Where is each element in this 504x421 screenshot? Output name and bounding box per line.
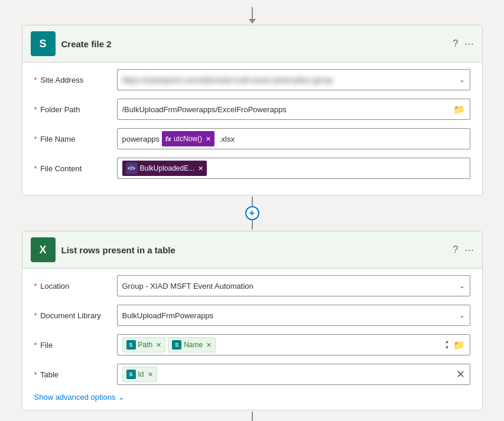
bulk-upload-chip: </> BulkUploadedE... ✕ bbox=[122, 161, 207, 176]
location-control[interactable]: Group - XIAD MSFT Event Automation ⌄ bbox=[117, 275, 470, 296]
site-address-row: * Site Address https://sharepoint.com/si… bbox=[34, 68, 470, 91]
file-folder-icon[interactable]: 📁 bbox=[453, 340, 465, 351]
path-sp-icon: S bbox=[126, 340, 136, 350]
document-library-control[interactable]: BulkUploadFrmPowerapps ⌄ bbox=[117, 305, 470, 326]
site-address-control[interactable]: https://sharepoint.com/sites/xiad-msft-e… bbox=[117, 69, 470, 90]
file-label: * File bbox=[34, 341, 117, 350]
path-chip: S Path ✕ bbox=[122, 337, 166, 353]
utcnow-chip: fx utcNow() ✕ bbox=[162, 131, 214, 146]
id-sp-icon: S bbox=[126, 370, 136, 379]
document-library-dropdown[interactable]: ⌄ bbox=[459, 311, 465, 319]
file-content-icon: </> bbox=[126, 162, 138, 174]
bulk-upload-close[interactable]: ✕ bbox=[198, 165, 203, 172]
name-chip: S Name ✕ bbox=[168, 337, 216, 353]
table-clear-button[interactable]: ✕ bbox=[456, 368, 465, 381]
more-icon[interactable]: ⋯ bbox=[464, 38, 474, 50]
name-close[interactable]: ✕ bbox=[206, 341, 212, 349]
excel-icon: X bbox=[31, 237, 56, 262]
location-label: * Location bbox=[34, 282, 117, 291]
location-value: Group - XIAD MSFT Event Automation bbox=[122, 282, 459, 291]
site-address-value: https://sharepoint.com/sites/xiad-msft-e… bbox=[122, 76, 459, 84]
show-advanced-button[interactable]: Show advanced options ⌄ bbox=[34, 393, 470, 402]
path-label: Path bbox=[138, 341, 153, 349]
chevron-down-icon: ⌄ bbox=[118, 393, 125, 402]
folder-path-label: * Folder Path bbox=[34, 105, 117, 114]
table-label: * Table bbox=[34, 370, 117, 379]
file-row: * File S Path ✕ S Name ✕ ▲ bbox=[34, 334, 470, 356]
list-rows-title: List rows present in a table bbox=[61, 245, 447, 255]
create-file-actions: ? ⋯ bbox=[453, 38, 474, 50]
create-file-header: S Create file 2 ? ⋯ bbox=[22, 25, 482, 63]
xlsx-text: .xlsx bbox=[219, 135, 235, 143]
file-name-control[interactable]: powerapps fx utcNow() ✕ .xlsx bbox=[117, 128, 470, 149]
location-dropdown[interactable]: ⌄ bbox=[459, 282, 465, 290]
create-file-body: * Site Address https://sharepoint.com/si… bbox=[22, 63, 482, 195]
sort-up-icon[interactable]: ▲ bbox=[445, 340, 450, 344]
document-library-value: BulkUploadFrmPowerapps bbox=[122, 311, 459, 320]
file-sort-controls: ▲ ▼ bbox=[445, 340, 450, 350]
folder-path-control[interactable]: /BulkUploadFrmPowerapps/ExcelFroPowerapp… bbox=[117, 99, 470, 120]
site-address-label: * Site Address bbox=[34, 76, 117, 84]
location-row: * Location Group - XIAD MSFT Event Autom… bbox=[34, 275, 470, 297]
create-file-card: S Create file 2 ? ⋯ * Site Address https… bbox=[22, 25, 483, 195]
list-rows-card: X List rows present in a table ? ⋯ * Loc… bbox=[22, 231, 483, 410]
fx-symbol: fx bbox=[165, 135, 171, 142]
file-name-row: * File Name powerapps fx utcNow() ✕ .xls… bbox=[34, 128, 470, 150]
table-control[interactable]: S Id ✕ ✕ bbox=[117, 364, 470, 385]
utcnow-close[interactable]: ✕ bbox=[206, 135, 211, 143]
id-close[interactable]: ✕ bbox=[148, 371, 153, 378]
sharepoint-icon: S bbox=[31, 31, 56, 56]
folder-browse-icon[interactable]: 📁 bbox=[453, 104, 465, 115]
file-content-control[interactable]: </> BulkUploadedE... ✕ bbox=[117, 158, 470, 179]
list-rows-actions: ? ⋯ bbox=[453, 244, 474, 256]
create-file-title: Create file 2 bbox=[61, 39, 447, 49]
name-sp-icon: S bbox=[172, 340, 181, 350]
sort-down-icon[interactable]: ▼ bbox=[445, 345, 450, 350]
top-arrow bbox=[249, 7, 256, 24]
file-name-label: * File Name bbox=[34, 135, 117, 143]
id-label: Id bbox=[138, 370, 144, 378]
list-more-icon[interactable]: ⋯ bbox=[464, 244, 474, 256]
list-help-icon[interactable]: ? bbox=[453, 244, 459, 255]
flow-container: S Create file 2 ? ⋯ * Site Address https… bbox=[10, 6, 495, 421]
list-rows-header: X List rows present in a table ? ⋯ bbox=[22, 231, 482, 269]
powerapps-text: powerapps bbox=[122, 135, 160, 143]
bottom-arrow bbox=[249, 412, 256, 421]
folder-path-row: * Folder Path /BulkUploadFrmPowerapps/Ex… bbox=[34, 98, 470, 120]
utcnow-label: utcNow() bbox=[174, 135, 202, 143]
name-label: Name bbox=[184, 341, 203, 349]
site-address-dropdown[interactable]: ⌄ bbox=[459, 76, 465, 84]
file-control[interactable]: S Path ✕ S Name ✕ ▲ ▼ 📁 bbox=[117, 334, 470, 355]
bulk-upload-label: BulkUploadedE... bbox=[140, 164, 195, 172]
list-rows-body: * Location Group - XIAD MSFT Event Autom… bbox=[22, 269, 482, 410]
id-chip: S Id ✕ bbox=[122, 367, 157, 382]
help-icon[interactable]: ? bbox=[453, 38, 459, 49]
file-content-row: * File Content </> BulkUploadedE... ✕ bbox=[34, 157, 470, 180]
folder-path-value: /BulkUploadFrmPowerapps/ExcelFroPowerapp… bbox=[122, 105, 453, 114]
path-close[interactable]: ✕ bbox=[156, 341, 161, 349]
document-library-row: * Document Library BulkUploadFrmPowerapp… bbox=[34, 304, 470, 327]
add-step-button[interactable]: + bbox=[245, 206, 259, 220]
document-library-label: * Document Library bbox=[34, 311, 117, 320]
file-content-label: * File Content bbox=[34, 164, 117, 173]
table-row: * Table S Id ✕ ✕ bbox=[34, 363, 470, 386]
plus-connector[interactable]: + bbox=[245, 197, 259, 230]
show-advanced-label: Show advanced options bbox=[34, 393, 116, 402]
